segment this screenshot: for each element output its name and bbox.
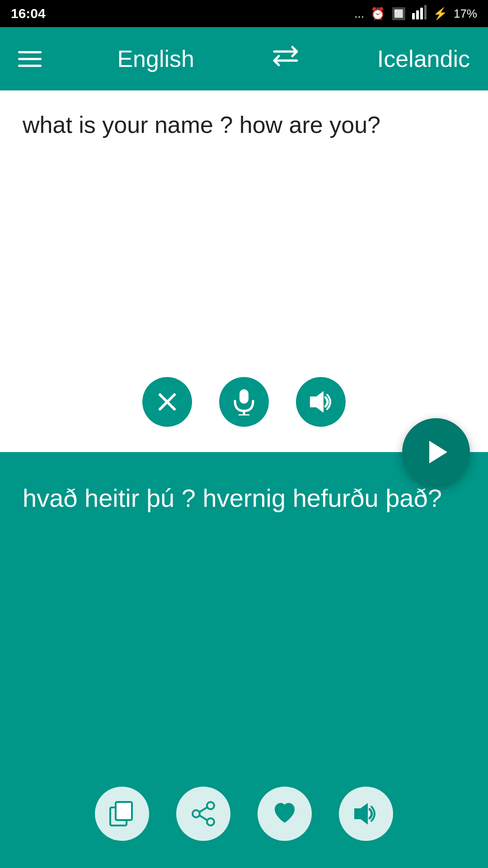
- svg-rect-0: [412, 13, 415, 19]
- svg-point-14: [192, 810, 200, 817]
- dots-icon: ...: [354, 7, 364, 21]
- main-content: what is your name ? how are you?: [0, 90, 488, 868]
- svg-rect-12: [116, 802, 132, 820]
- status-icons: ... ⏰ 🔲 ⚡ 17%: [354, 5, 477, 23]
- nav-bar: English Icelandic: [0, 27, 488, 90]
- svg-rect-1: [416, 10, 419, 19]
- swap-languages-button[interactable]: [270, 42, 301, 75]
- svg-rect-3: [424, 5, 427, 19]
- source-language[interactable]: English: [117, 45, 194, 72]
- svg-line-16: [200, 807, 207, 812]
- source-text-input[interactable]: what is your name ? how are you?: [23, 108, 465, 362]
- signal-icon: [412, 5, 427, 23]
- target-language[interactable]: Icelandic: [377, 45, 470, 72]
- favorite-button[interactable]: [258, 787, 312, 841]
- translate-button[interactable]: [402, 418, 470, 486]
- menu-button[interactable]: [18, 51, 42, 67]
- svg-point-13: [207, 802, 214, 809]
- microphone-button[interactable]: [219, 377, 269, 427]
- svg-line-17: [200, 816, 207, 820]
- input-panel: what is your name ? how are you?: [0, 90, 488, 452]
- svg-marker-10: [429, 441, 447, 463]
- status-time: 16:04: [11, 6, 46, 21]
- svg-point-15: [207, 818, 214, 826]
- speak-source-button[interactable]: [296, 377, 346, 427]
- output-actions: [0, 787, 488, 841]
- clear-button[interactable]: [142, 377, 192, 427]
- svg-marker-18: [354, 803, 368, 825]
- copy-button[interactable]: [95, 787, 149, 841]
- sim-icon: 🔲: [391, 7, 406, 21]
- svg-rect-6: [239, 389, 249, 404]
- output-panel: hvað heitir þú ? hvernig hefurðu það?: [0, 452, 488, 868]
- bolt-icon: ⚡: [433, 7, 447, 21]
- status-bar: 16:04 ... ⏰ 🔲 ⚡ 17%: [0, 0, 488, 27]
- battery-text: 17%: [454, 7, 477, 21]
- translated-text: hvað heitir þú ? hvernig hefurðu það?: [23, 479, 465, 517]
- svg-rect-2: [420, 8, 423, 19]
- input-actions: [23, 363, 465, 445]
- svg-marker-9: [310, 391, 324, 413]
- alarm-icon: ⏰: [371, 7, 385, 21]
- share-button[interactable]: [176, 787, 230, 841]
- speak-translation-button[interactable]: [339, 787, 393, 841]
